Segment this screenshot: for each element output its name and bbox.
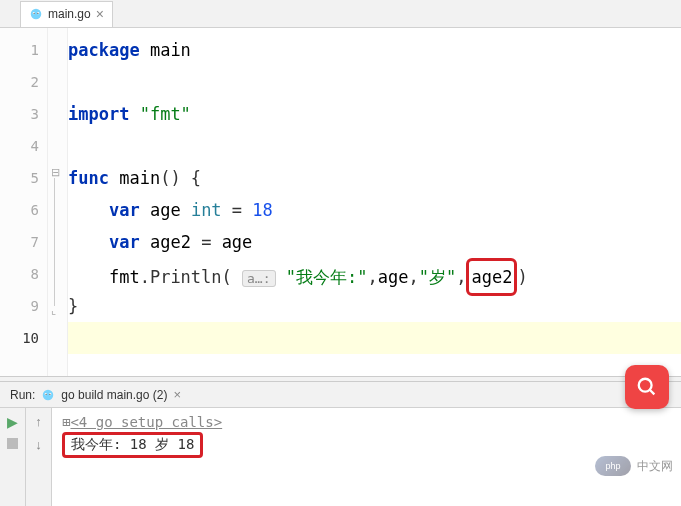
func-println: .Println(	[140, 267, 232, 287]
tab-filename: main.go	[48, 7, 91, 21]
keyword-var: var	[109, 232, 140, 252]
package-name: main	[150, 40, 191, 60]
go-file-icon	[29, 7, 43, 21]
file-tab-main-go[interactable]: main.go ×	[20, 1, 113, 27]
run-label: Run:	[10, 388, 35, 402]
svg-point-9	[50, 393, 51, 394]
identifier: age	[150, 200, 181, 220]
console-output[interactable]: ⊞<4 go setup calls> 我今年: 18 岁 18	[52, 408, 681, 506]
arrow-down-icon[interactable]: ↓	[35, 437, 42, 452]
watermark: php 中文网	[595, 456, 673, 476]
keyword-package: package	[68, 40, 140, 60]
identifier: age2	[150, 232, 191, 252]
line-number: 8	[0, 258, 47, 290]
line-number: 4	[0, 130, 47, 162]
program-output: 我今年: 18 岁 18	[71, 436, 194, 452]
svg-point-5	[43, 389, 54, 400]
run-toolbar-secondary: ↑ ↓	[26, 408, 52, 506]
close-run-tab-icon[interactable]: ×	[173, 387, 181, 402]
arrow-up-icon[interactable]: ↑	[35, 414, 42, 429]
line-number: 10	[0, 322, 47, 354]
number-literal: 18	[252, 200, 272, 220]
import-path: "fmt"	[140, 104, 191, 124]
run-toolbar-primary: ▶	[0, 408, 26, 506]
highlight-age2-box: age2	[466, 258, 517, 296]
close-tab-icon[interactable]: ×	[96, 6, 104, 22]
svg-point-10	[639, 379, 652, 392]
keyword-var: var	[109, 200, 140, 220]
code-editor[interactable]: 1 2 3 4 5▶ 6 7 8 9 10 ⊟ ⌞ package main i…	[0, 28, 681, 376]
type-int: int	[191, 200, 222, 220]
fold-start-icon[interactable]: ⊟	[51, 166, 60, 179]
string-literal: "我今年:"	[286, 267, 368, 287]
run-header: Run: go build main.go (2) ×	[0, 382, 681, 408]
go-file-icon	[41, 388, 55, 402]
keyword-func: func	[68, 168, 109, 188]
search-icon	[636, 376, 658, 398]
current-line	[68, 322, 681, 354]
watermark-logo: php	[595, 456, 631, 476]
svg-point-4	[37, 13, 38, 14]
code-content[interactable]: package main import "fmt" func main() { …	[68, 28, 681, 376]
setup-calls-link[interactable]: <4 go setup calls>	[70, 414, 222, 430]
watermark-text: 中文网	[637, 458, 673, 475]
rerun-icon[interactable]: ▶	[7, 414, 18, 430]
pkg-fmt: fmt	[109, 267, 140, 287]
brace-close: }	[68, 296, 78, 316]
editor-tab-bar: main.go ×	[0, 0, 681, 28]
func-name: main	[119, 168, 160, 188]
line-number: 2	[0, 66, 47, 98]
keyword-import: import	[68, 104, 129, 124]
line-number: 3	[0, 98, 47, 130]
fold-column: ⊟ ⌞	[48, 28, 68, 376]
stop-icon[interactable]	[7, 438, 18, 449]
line-number: 1	[0, 34, 47, 66]
line-number: 9	[0, 290, 47, 322]
line-number: 5▶	[0, 162, 47, 194]
svg-point-3	[34, 13, 35, 14]
fold-end-icon[interactable]: ⌞	[51, 304, 56, 317]
string-literal: "岁"	[419, 267, 456, 287]
line-number: 7	[0, 226, 47, 258]
param-hint: a…:	[242, 270, 275, 287]
highlight-output-box: 我今年: 18 岁 18	[62, 432, 203, 458]
identifier: age	[222, 232, 253, 252]
svg-point-0	[31, 9, 42, 20]
line-number: 6	[0, 194, 47, 226]
svg-point-8	[46, 393, 47, 394]
func-signature: () {	[160, 168, 201, 188]
run-tool-window: Run: go build main.go (2) × ▶ ↑ ↓ ⊞<4 go…	[0, 382, 681, 506]
svg-line-11	[650, 390, 655, 395]
search-fab-button[interactable]	[625, 365, 669, 409]
line-number-gutter: 1 2 3 4 5▶ 6 7 8 9 10	[0, 28, 48, 376]
fold-line	[54, 178, 55, 306]
run-config-name[interactable]: go build main.go (2)	[61, 388, 167, 402]
